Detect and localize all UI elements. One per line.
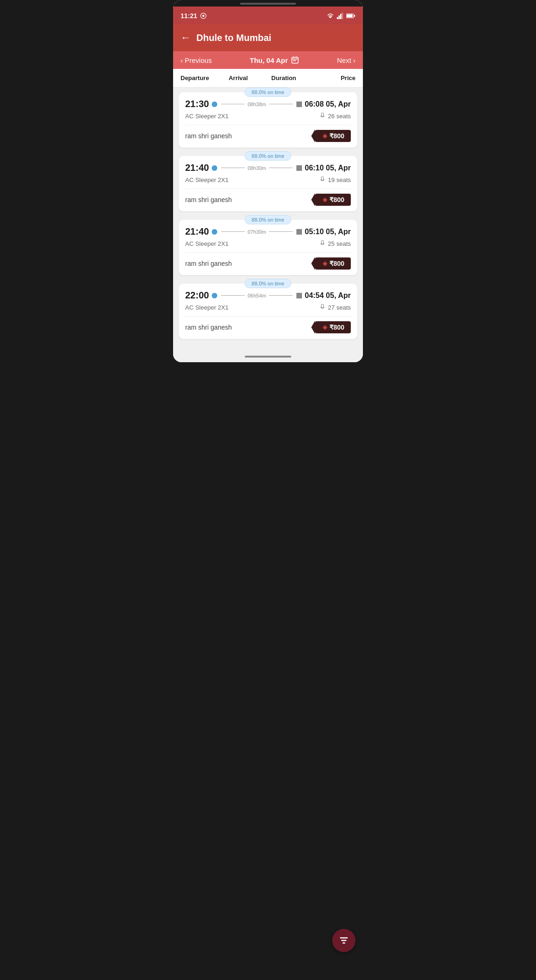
prev-date-button[interactable]: ‹ Previous [181, 56, 212, 64]
card-row-pricing: ram shri ganesh ₹800 [185, 257, 351, 270]
on-time-badge: 88.0% on time [245, 88, 291, 97]
seats-info: 26 seats [319, 112, 351, 120]
arrival-square-icon [296, 165, 302, 171]
status-bar: 11:21 [173, 7, 363, 24]
svg-rect-3 [337, 17, 338, 19]
bus-card-wrapper[interactable]: 88.0% on time 21:30 08h38m 06:08 05, Apr [179, 92, 357, 148]
card-row-times: 22:00 06h54m 04:54 05, Apr [185, 290, 351, 301]
duration-text: 06h54m [245, 293, 269, 298]
dep-time-text: 21:40 [185, 226, 209, 237]
duration-line: 08h38m [217, 101, 296, 107]
home-bar [245, 356, 291, 358]
price-diamond-icon [322, 261, 327, 266]
dep-time-text: 21:30 [185, 99, 209, 109]
card-row-details: AC Sleeper 2X1 25 seats [185, 240, 351, 248]
arrival-time: 06:08 05, Apr [296, 100, 351, 108]
bus-card[interactable]: 21:40 08h30m 06:10 05, Apr AC Sleeper 2X… [179, 156, 357, 211]
next-chevron-icon: › [353, 56, 355, 64]
notch-bar [240, 3, 296, 5]
price-tag[interactable]: ₹800 [315, 321, 351, 333]
svg-rect-9 [354, 15, 355, 17]
header-title: Dhule to Mumbai [196, 33, 271, 43]
arr-time-text: 06:08 05, Apr [305, 100, 351, 108]
departure-time: 22:00 [185, 290, 217, 301]
col-header-duration: Duration [257, 74, 310, 81]
operator-name: ram shri ganesh [185, 196, 232, 203]
home-indicator [173, 352, 363, 362]
bus-card-wrapper[interactable]: 88.0% on time 21:40 07h30m 05:10 05, Apr [179, 220, 357, 275]
card-row-details: AC Sleeper 2X1 19 seats [185, 176, 351, 184]
departure-dot-icon [212, 165, 217, 171]
departure-time: 21:30 [185, 99, 217, 109]
battery-icon [346, 13, 355, 19]
bus-type: AC Sleeper 2X1 [185, 176, 228, 183]
card-row-details: AC Sleeper 2X1 27 seats [185, 304, 351, 311]
next-date-button[interactable]: Next › [337, 56, 355, 64]
calendar-icon[interactable] [291, 56, 299, 64]
date-text: Thu, 04 Apr [250, 56, 288, 64]
seats-info: 25 seats [319, 240, 351, 248]
line-right [269, 231, 293, 232]
arrival-time: 04:54 05, Apr [296, 291, 351, 300]
card-row-pricing: ram shri ganesh ₹800 [185, 130, 351, 142]
departure-dot-icon [212, 101, 217, 107]
price-value: ₹800 [329, 132, 344, 140]
bus-card[interactable]: 21:40 07h30m 05:10 05, Apr AC Sleeper 2X… [179, 220, 357, 275]
departure-time: 21:40 [185, 162, 217, 173]
price-tag[interactable]: ₹800 [315, 194, 351, 206]
svg-rect-6 [342, 13, 343, 19]
line-left [221, 104, 245, 105]
signal-icon [337, 13, 343, 19]
arrival-square-icon [296, 101, 302, 107]
duration-line: 06h54m [217, 293, 296, 298]
bus-type: AC Sleeper 2X1 [185, 304, 228, 311]
price-diamond-icon [322, 134, 327, 138]
duration-line: 08h30m [217, 165, 296, 171]
card-row-times: 21:30 08h38m 06:08 05, Apr [185, 99, 351, 109]
departure-dot-icon [212, 293, 217, 298]
bus-card[interactable]: 22:00 06h54m 04:54 05, Apr AC Sleeper 2X… [179, 284, 357, 339]
current-date: Thu, 04 Apr [250, 56, 299, 64]
bus-card-wrapper[interactable]: 88.0% on time 22:00 06h54m 04:54 05, Apr [179, 284, 357, 339]
arrival-time: 06:10 05, Apr [296, 164, 351, 172]
card-divider [185, 189, 351, 189]
arr-time-text: 04:54 05, Apr [305, 291, 351, 300]
status-circle-icon [200, 13, 207, 19]
operator-name: ram shri ganesh [185, 132, 232, 140]
price-tag[interactable]: ₹800 [315, 130, 351, 142]
svg-rect-8 [347, 14, 353, 17]
status-time: 11:21 [181, 12, 207, 20]
seat-icon [319, 176, 326, 184]
time-display: 11:21 [181, 12, 197, 20]
svg-marker-2 [328, 16, 332, 18]
svg-rect-5 [340, 14, 342, 19]
date-nav-bar: ‹ Previous Thu, 04 Apr Next › [173, 51, 363, 69]
bus-card-wrapper[interactable]: 88.0% on time 21:40 08h30m 06:10 05, Apr [179, 156, 357, 211]
seats-count: 25 seats [328, 240, 351, 247]
svg-rect-14 [293, 60, 294, 61]
dep-time-text: 22:00 [185, 290, 209, 301]
line-left [221, 295, 245, 296]
seats-count: 26 seats [328, 113, 351, 120]
on-time-badge: 88.0% on time [245, 279, 291, 288]
price-tag[interactable]: ₹800 [315, 257, 351, 270]
departure-dot-icon [212, 229, 217, 235]
svg-rect-15 [295, 60, 295, 61]
seat-icon [319, 112, 326, 120]
price-diamond-icon [322, 197, 327, 202]
arrival-square-icon [296, 229, 302, 235]
bus-card[interactable]: 21:30 08h38m 06:08 05, Apr AC Sleeper 2X… [179, 92, 357, 148]
card-divider [185, 125, 351, 125]
card-divider [185, 316, 351, 317]
operator-name: ram shri ganesh [185, 324, 232, 331]
col-header-price: Price [310, 74, 355, 81]
seats-count: 27 seats [328, 304, 351, 311]
card-row-times: 21:40 07h30m 05:10 05, Apr [185, 226, 351, 237]
seats-info: 27 seats [319, 304, 351, 311]
col-header-departure: Departure [181, 74, 219, 81]
back-button[interactable]: ← [181, 33, 191, 43]
arr-time-text: 06:10 05, Apr [305, 164, 351, 172]
seat-icon [319, 240, 326, 248]
notch-area [173, 0, 363, 7]
line-left [221, 168, 245, 169]
